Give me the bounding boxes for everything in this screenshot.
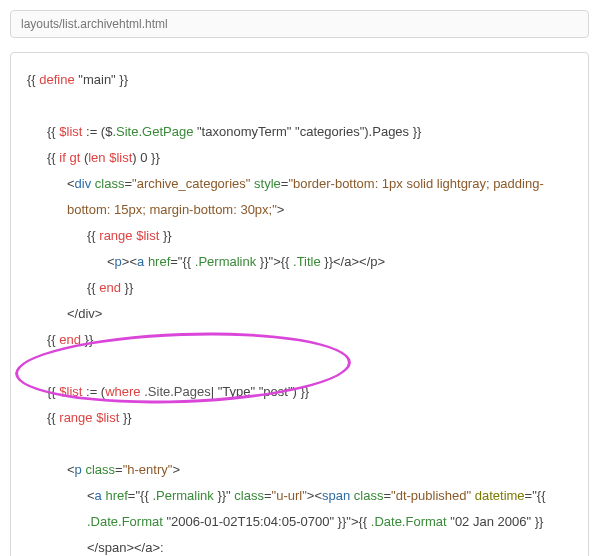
code-line: {{ range $list }} <box>27 223 572 249</box>
code-line: <p><a href="{{ .Permalink }}">{{ .Title … <box>27 249 572 275</box>
filename-bar: layouts/list.archivehtml.html <box>10 10 589 38</box>
code-line: {{ $list := (where .Site.Pages| "Type" "… <box>27 379 572 405</box>
code-line: {{ range $list }} <box>27 405 572 431</box>
code-line: {{ end }} <box>27 327 572 353</box>
code-line: <a href="{{ .Permalink }}" class="u-url"… <box>27 483 572 556</box>
code-line: <div class="archive_categories" style="b… <box>27 171 572 223</box>
code-line <box>27 431 572 457</box>
filename-text: layouts/list.archivehtml.html <box>21 17 168 31</box>
code-block: {{ define "main" }} {{ $list := ($.Site.… <box>10 52 589 556</box>
code-line: {{ end }} <box>27 275 572 301</box>
code-line: </div> <box>27 301 572 327</box>
code-line: {{ if gt (len $list) 0 }} <box>27 145 572 171</box>
code-line: {{ $list := ($.Site.GetPage "taxonomyTer… <box>27 119 572 145</box>
code-line: {{ define "main" }} <box>27 67 572 93</box>
code-line <box>27 353 572 379</box>
code-line <box>27 93 572 119</box>
code-line: <p class="h-entry"> <box>27 457 572 483</box>
